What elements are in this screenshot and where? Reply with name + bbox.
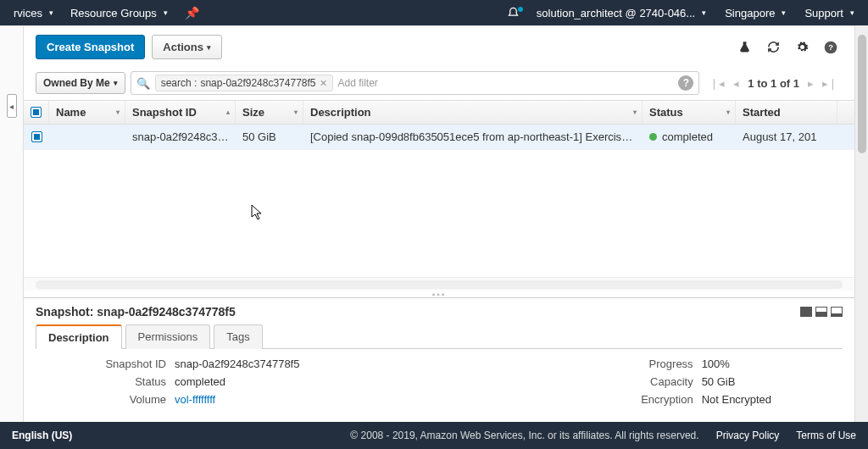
search-value: snap-0a2f9248c374778f5 [200, 77, 315, 89]
refresh-icon[interactable] [766, 41, 780, 54]
col-description[interactable]: Description▾ [303, 101, 643, 124]
label-volume: Volume [39, 393, 175, 406]
owned-by-label: Owned By Me [43, 77, 110, 89]
nav-services[interactable]: rvices [7, 3, 60, 23]
col-size[interactable]: Size▾ [236, 101, 303, 124]
label-status: Status [39, 375, 175, 388]
label-capacity: Capacity [566, 375, 702, 388]
owned-by-filter[interactable]: Owned By Me▾ [36, 72, 125, 94]
layout-full-icon[interactable] [800, 307, 812, 317]
cell-description: [Copied snap-099d8fb635051ece5 from ap-n… [303, 130, 643, 143]
right-scrollbar[interactable] [854, 26, 868, 423]
add-filter-placeholder: Add filter [338, 77, 378, 89]
actions-label: Actions [163, 41, 203, 53]
layout-bottom-icon[interactable] [831, 307, 843, 317]
nav-region-label: Singapore [725, 7, 775, 19]
left-panel-expander: ◂ [0, 26, 24, 423]
table-row[interactable]: snap-0a2f9248c374... 50 GiB [Copied snap… [24, 125, 854, 150]
value-progress: 100% [702, 358, 771, 370]
value-capacity: 50 GiB [702, 375, 771, 388]
nav-account[interactable]: solution_architect @ 2740-046... [530, 3, 713, 23]
language-selector[interactable]: English (US) [12, 430, 72, 441]
tab-permissions[interactable]: Permissions [125, 324, 211, 349]
pin-icon[interactable]: 📌 [178, 6, 206, 19]
layout-split-icon[interactable] [815, 307, 827, 317]
nav-resource-groups[interactable]: Resource Groups [64, 3, 175, 23]
pager-status: 1 to 1 of 1 [748, 77, 799, 90]
top-nav: rvices Resource Groups 📌 solution_archit… [0, 0, 868, 25]
label-progress: Progress [566, 358, 702, 370]
col-status[interactable]: Status▾ [643, 101, 736, 124]
status-dot-icon [649, 133, 657, 141]
table-header: Name▾ Snapshot ID▴ Size▾ Description▾ St… [24, 101, 854, 125]
privacy-link[interactable]: Privacy Policy [716, 430, 780, 441]
value-volume-link[interactable]: vol-ffffffff [175, 393, 299, 406]
nav-support-label: Support [804, 7, 843, 19]
actions-button[interactable]: Actions▾ [152, 35, 222, 59]
value-encryption: Not Encrypted [702, 393, 771, 406]
label-snapshot-id: Snapshot ID [39, 358, 175, 370]
help-icon[interactable]: ? [824, 41, 837, 54]
chevron-down-icon: ▾ [207, 43, 211, 52]
details-title: Snapshot: snap-0a2f9248c374778f5 [36, 305, 236, 319]
col-name[interactable]: Name▾ [49, 101, 125, 124]
clear-search-icon[interactable]: ✕ [320, 78, 327, 89]
notification-dot [518, 7, 523, 12]
footer: English (US) © 2008 - 2019, Amazon Web S… [0, 422, 868, 449]
snapshots-table: Name▾ Snapshot ID▴ Size▾ Description▾ St… [24, 100, 854, 291]
nav-region[interactable]: Singapore [718, 3, 793, 23]
details-panel: Snapshot: snap-0a2f9248c374778f5 Descrip… [24, 297, 854, 423]
nav-services-label: rvices [14, 7, 42, 19]
nav-account-label: solution_architect @ 2740-046... [537, 7, 695, 19]
pager-last-icon[interactable]: ▸❘ [822, 77, 837, 90]
svg-text:?: ? [828, 43, 833, 52]
label-encryption: Encryption [566, 393, 702, 406]
panel-splitter[interactable]: ▪▪▪ [24, 291, 854, 297]
nav-resource-groups-label: Resource Groups [70, 7, 157, 19]
value-status: completed [175, 375, 299, 388]
flask-icon[interactable] [737, 41, 751, 54]
filter-bar: Owned By Me▾ 🔍 search : snap-0a2f9248c37… [24, 68, 854, 100]
footer-copy: © 2008 - 2019, Amazon Web Services, Inc.… [350, 430, 698, 441]
tab-tags[interactable]: Tags [214, 324, 262, 349]
create-snapshot-button[interactable]: Create Snapshot [36, 35, 145, 59]
row-checkbox[interactable] [31, 131, 42, 142]
cell-snapshot-id: snap-0a2f9248c374... [125, 130, 236, 143]
search-prefix: search : [161, 77, 198, 89]
col-snapshot-id[interactable]: Snapshot ID▴ [125, 101, 236, 124]
pager: ❘◂ ◂ 1 to 1 of 1 ▸ ▸❘ [704, 77, 843, 90]
terms-link[interactable]: Terms of Use [796, 430, 856, 441]
search-input[interactable]: 🔍 search : snap-0a2f9248c374778f5 ✕ Add … [131, 71, 700, 95]
expand-handle[interactable]: ◂ [7, 94, 17, 118]
cell-started: August 17, 201 [736, 130, 837, 143]
details-tabs: Description Permissions Tags [36, 324, 843, 349]
cell-size: 50 GiB [236, 130, 303, 143]
action-toolbar: Create Snapshot Actions▾ ? [24, 26, 854, 68]
pager-prev-icon[interactable]: ◂ [733, 77, 739, 90]
chevron-down-icon: ▾ [114, 79, 118, 87]
pager-next-icon[interactable]: ▸ [808, 77, 814, 90]
select-all-checkbox[interactable] [31, 107, 42, 118]
value-snapshot-id: snap-0a2f9248c374778f5 [175, 358, 299, 370]
pager-first-icon[interactable]: ❘◂ [709, 77, 725, 90]
nav-support[interactable]: Support [798, 3, 861, 23]
tab-description[interactable]: Description [36, 324, 122, 349]
settings-gear-icon[interactable] [795, 41, 809, 54]
search-icon: 🔍 [136, 77, 150, 90]
search-help-icon[interactable]: ? [678, 75, 693, 91]
col-started[interactable]: Started [736, 101, 837, 124]
cell-status: completed [643, 130, 736, 143]
scrollbar-thumb[interactable] [858, 35, 866, 153]
notifications-icon[interactable] [502, 7, 525, 19]
search-pill[interactable]: search : snap-0a2f9248c374778f5 ✕ [155, 75, 333, 91]
